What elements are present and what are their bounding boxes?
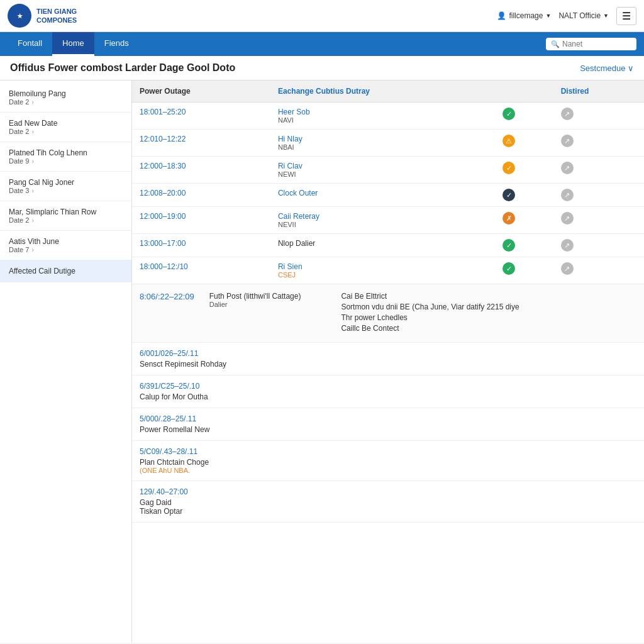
other-row-2: 5/000/.28–25/.11 Power Romellal New — [132, 408, 644, 441]
col-exchange: Eachange Cubtius Dutray — [270, 80, 495, 103]
chevron-icon-5: › — [31, 247, 33, 253]
user-dropdown-arrow: ▼ — [545, 13, 551, 19]
info-line-1: Sortmon vdu dnii BE (Cha June, Viar dati… — [341, 303, 519, 311]
chevron-icon-1: › — [31, 128, 33, 135]
logo-icon: ★ — [8, 4, 31, 28]
info-sub: Dalier — [209, 301, 301, 308]
table-row: 12:008–20:00 Clock Outer ✓ ↗ — [132, 184, 644, 207]
search-box[interactable]: 🔍 — [546, 38, 636, 50]
chevron-icon-4: › — [31, 217, 33, 224]
sidebar-item-1[interactable]: Ead New Date Date 2 › — [0, 113, 131, 142]
status-icon-5: ✓ — [502, 239, 515, 252]
logo-area: ★ TIEN GIANG COMPONES — [8, 4, 77, 28]
nav-item-fiends[interactable]: Fiends — [94, 32, 139, 56]
distired-icon-3: ↗ — [561, 189, 574, 201]
info-block: 8:06/:22–22:09 Futh Post (litthwi'll Cat… — [132, 284, 644, 343]
distired-icon-0: ↗ — [561, 108, 574, 120]
distired-icon-2: ↗ — [561, 162, 574, 174]
table-row: 13:000–17:00 Nlop Dalier ✓ ↗ — [132, 234, 644, 257]
chevron-icon-3: › — [31, 187, 33, 194]
other-row-3: 5/C09/.43–28/.11 Plan Chtctain Choge (ON… — [132, 441, 644, 481]
status-icon-3: ✓ — [502, 189, 515, 201]
table-row: 18:001–25:20 Heer Sob NAVI ✓ ↗ — [132, 103, 644, 130]
content-area: Power Outage Eachange Cubtius Dutray Dis… — [132, 80, 644, 643]
logo-text: TIEN GIANG COMPONES — [36, 7, 77, 25]
col-power-outage: Power Outage — [132, 80, 270, 103]
hamburger-button[interactable]: ☰ — [616, 7, 636, 25]
header-right: 👤 fillcemage ▼ NALT Officie ▼ ☰ — [497, 7, 636, 25]
table-row: 12:000–18:30 Ri Clav NEWI ✓ ↗ — [132, 157, 644, 184]
info-line-2: Thr power Lchedles — [341, 313, 519, 322]
info-title: Futh Post (litthwi'll Cattage) — [209, 292, 301, 301]
status-icon-1: ⚠ — [502, 135, 515, 147]
status-icon-2: ✓ — [502, 162, 515, 174]
table-row: 12:000–19:00 Caii Reteray NEVII ✗ ↗ — [132, 207, 644, 234]
user-icon: 👤 — [497, 11, 506, 20]
distired-icon-6: ↗ — [561, 262, 574, 275]
logo-star: ★ — [17, 13, 23, 19]
distired-icon-5: ↗ — [561, 239, 574, 252]
sidebar-item-5[interactable]: Aatis Vith June Date 7 › — [0, 231, 131, 260]
sidebar-item-4[interactable]: Mar, Slimplaric Thian Row Date 2 › — [0, 201, 131, 231]
nav-items: Fontall Home Fiends — [8, 32, 139, 56]
table-row: 18:000–12:/10 Ri Sien CSEJ ✓ ↗ — [132, 257, 644, 284]
table-row: 12:010–12:22 Hi Nlay NBAI ⚠ ↗ — [132, 130, 644, 157]
status-icon-4: ✗ — [502, 212, 515, 225]
user-profile[interactable]: 👤 fillcemage ▼ — [497, 11, 551, 20]
main-layout: Blemoilung Pang Date 2 › Ead New Date Da… — [0, 80, 644, 643]
sidebar-item-3[interactable]: Pang Cal Nig Joner Date 3 › — [0, 172, 131, 201]
status-icon-0: ✓ — [502, 108, 515, 120]
search-icon: 🔍 — [551, 40, 560, 48]
search-input[interactable] — [562, 40, 631, 48]
page-title: Offidus Fower combost Larder Dage Gool D… — [10, 62, 235, 74]
top-header: ★ TIEN GIANG COMPONES 👤 fillcemage ▼ NAL… — [0, 0, 644, 32]
distired-icon-4: ↗ — [561, 212, 574, 225]
sidebar-item-active[interactable]: Affected Cail Dutige — [0, 260, 131, 282]
info-line-0: Cai Be Elttrict — [341, 292, 519, 301]
org-dropdown-arrow: ▼ — [603, 13, 609, 19]
schedule-link[interactable]: Sestcmedue ∨ — [580, 64, 634, 73]
status-icon-6: ✓ — [502, 262, 515, 275]
sidebar-item-2[interactable]: Platned Tih Colg Lhenn Date 9 › — [0, 142, 131, 172]
info-time: 8:06/:22–22:09 — [140, 292, 194, 301]
col-distired: Distired — [553, 80, 644, 103]
nav-bar: Fontall Home Fiends 🔍 — [0, 32, 644, 56]
chevron-icon-0: › — [31, 99, 33, 106]
col-status — [495, 80, 553, 103]
sidebar: Blemoilung Pang Date 2 › Ead New Date Da… — [0, 80, 132, 643]
page-title-bar: Offidus Fower combost Larder Dage Gool D… — [0, 56, 644, 80]
sidebar-item-0[interactable]: Blemoilung Pang Date 2 › — [0, 83, 131, 113]
chevron-icon-2: › — [31, 158, 33, 165]
nav-item-fontall[interactable]: Fontall — [8, 32, 52, 56]
other-row-4: 129/.40–27:00 Gag Daid Tiskan Optar — [132, 481, 644, 523]
distired-icon-1: ↗ — [561, 135, 574, 147]
other-row-0: 6/001/026–25/.11 Sensct Repimesit Rohday — [132, 343, 644, 375]
info-line-3: Caillc Be Contect — [341, 324, 519, 333]
nav-item-home[interactable]: Home — [52, 32, 94, 56]
org-selector[interactable]: NALT Officie ▼ — [558, 11, 609, 20]
other-row-1: 6/391/C25–25/.10 Calup for Mor Outha — [132, 375, 644, 408]
power-outage-table: Power Outage Eachange Cubtius Dutray Dis… — [132, 80, 644, 284]
